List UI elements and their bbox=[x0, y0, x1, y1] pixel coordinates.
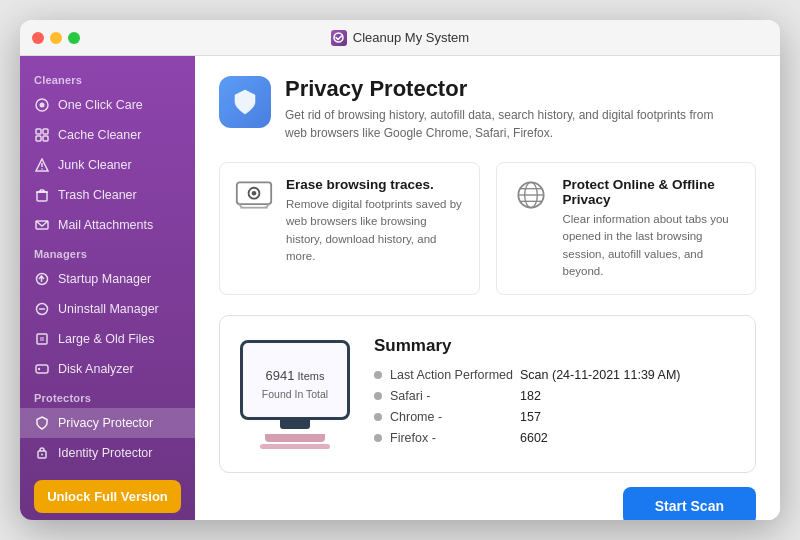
sidebar-section-protectors: Protectors bbox=[20, 384, 195, 408]
feature-cards: Erase browsing traces. Remove digital fo… bbox=[219, 162, 756, 295]
monitor-count: 6941 Items bbox=[266, 360, 325, 386]
monitor-visual: 6941 Items Found In Total bbox=[240, 340, 350, 449]
feature-card-text-protect: Protect Online & Offline Privacy Clear i… bbox=[563, 177, 742, 280]
sidebar-item-privacy-protector[interactable]: Privacy Protector bbox=[20, 408, 195, 438]
svg-point-24 bbox=[38, 368, 40, 370]
sidebar-item-label: Trash Cleaner bbox=[58, 188, 137, 202]
svg-point-9 bbox=[41, 168, 43, 170]
svg-rect-6 bbox=[43, 136, 48, 141]
sidebar-item-junk-cleaner[interactable]: Junk Cleaner bbox=[20, 150, 195, 180]
feature-card-title: Erase browsing traces. bbox=[286, 177, 465, 192]
one-click-care-icon bbox=[34, 97, 50, 113]
main-body: Cleaners One Click Care Cache Cleaner Ju… bbox=[20, 56, 780, 520]
summary-row-firefox: Firefox - 6602 bbox=[374, 431, 735, 445]
app-icon bbox=[331, 30, 347, 46]
trash-cleaner-icon bbox=[34, 187, 50, 203]
summary-key: Firefox - bbox=[390, 431, 520, 445]
svg-rect-3 bbox=[36, 129, 41, 134]
sidebar-item-disk-analyzer[interactable]: Disk Analyzer bbox=[20, 354, 195, 384]
content-area: Privacy Protector Get rid of browsing hi… bbox=[195, 56, 780, 520]
sidebar-item-label: Identity Protector bbox=[58, 446, 153, 460]
main-window: Cleanup My System Cleaners One Click Car… bbox=[20, 20, 780, 520]
sidebar-item-label: Privacy Protector bbox=[58, 416, 153, 430]
identity-protector-icon bbox=[34, 445, 50, 461]
feature-card-text-erase: Erase browsing traces. Remove digital fo… bbox=[286, 177, 465, 265]
monitor-stand bbox=[265, 434, 325, 442]
summary-box: 6941 Items Found In Total Summary Last A… bbox=[219, 315, 756, 473]
titlebar: Cleanup My System bbox=[20, 20, 780, 56]
summary-row-safari: Safari - 182 bbox=[374, 389, 735, 403]
svg-rect-20 bbox=[37, 334, 47, 344]
close-button[interactable] bbox=[32, 32, 44, 44]
page-title: Privacy Protector bbox=[285, 76, 725, 102]
sidebar-item-identity-protector[interactable]: Identity Protector bbox=[20, 438, 195, 468]
startup-manager-icon bbox=[34, 271, 50, 287]
shield-icon bbox=[231, 88, 259, 116]
summary-dot bbox=[374, 371, 382, 379]
summary-dot bbox=[374, 434, 382, 442]
privacy-protector-header-icon bbox=[219, 76, 271, 128]
monitor-screen: 6941 Items Found In Total bbox=[240, 340, 350, 420]
svg-rect-23 bbox=[36, 365, 48, 373]
sidebar-item-uninstall-manager[interactable]: Uninstall Manager bbox=[20, 294, 195, 324]
minimize-button[interactable] bbox=[50, 32, 62, 44]
sidebar-item-mail-attachments[interactable]: Mail Attachments bbox=[20, 210, 195, 240]
feature-card-erase-traces: Erase browsing traces. Remove digital fo… bbox=[219, 162, 480, 295]
sidebar-item-cache-cleaner[interactable]: Cache Cleaner bbox=[20, 120, 195, 150]
summary-dot bbox=[374, 392, 382, 400]
erase-traces-icon bbox=[234, 177, 274, 213]
sidebar-item-label: Junk Cleaner bbox=[58, 158, 132, 172]
sidebar-item-trash-cleaner[interactable]: Trash Cleaner bbox=[20, 180, 195, 210]
disk-analyzer-icon bbox=[34, 361, 50, 377]
content-footer: Start Scan bbox=[219, 487, 756, 520]
svg-rect-5 bbox=[36, 136, 41, 141]
summary-dot bbox=[374, 413, 382, 421]
cache-cleaner-icon bbox=[34, 127, 50, 143]
sidebar-item-label: Startup Manager bbox=[58, 272, 151, 286]
monitor-base bbox=[260, 444, 330, 449]
uninstall-manager-icon bbox=[34, 301, 50, 317]
sidebar-item-label: Disk Analyzer bbox=[58, 362, 134, 376]
sidebar-item-startup-manager[interactable]: Startup Manager bbox=[20, 264, 195, 294]
svg-point-29 bbox=[252, 191, 257, 196]
summary-val: Scan (24-11-2021 11:39 AM) bbox=[520, 368, 681, 382]
summary-title: Summary bbox=[374, 336, 735, 356]
titlebar-title: Cleanup My System bbox=[331, 30, 469, 46]
monitor-label: Found In Total bbox=[262, 388, 328, 400]
svg-rect-10 bbox=[37, 192, 47, 201]
sidebar-section-cleaners: Cleaners bbox=[20, 66, 195, 90]
privacy-protector-icon bbox=[34, 415, 50, 431]
protect-privacy-icon bbox=[511, 177, 551, 213]
sidebar: Cleaners One Click Care Cache Cleaner Ju… bbox=[20, 56, 195, 520]
content-header: Privacy Protector Get rid of browsing hi… bbox=[219, 76, 756, 142]
sidebar-bottom: Unlock Full Version bbox=[20, 468, 195, 520]
monitor-count-label: Items bbox=[294, 370, 324, 382]
summary-details: Summary Last Action Performed Scan (24-1… bbox=[374, 336, 735, 452]
svg-point-26 bbox=[41, 454, 43, 456]
maximize-button[interactable] bbox=[68, 32, 80, 44]
junk-cleaner-icon bbox=[34, 157, 50, 173]
svg-point-2 bbox=[40, 103, 45, 108]
start-scan-button[interactable]: Start Scan bbox=[623, 487, 756, 520]
sidebar-item-label: Cache Cleaner bbox=[58, 128, 141, 142]
summary-val: 157 bbox=[520, 410, 541, 424]
sidebar-item-label: Large & Old Files bbox=[58, 332, 155, 346]
sidebar-item-large-old-files[interactable]: Large & Old Files bbox=[20, 324, 195, 354]
summary-key: Safari - bbox=[390, 389, 520, 403]
sidebar-item-label: One Click Care bbox=[58, 98, 143, 112]
feature-card-desc: Clear information about tabs you opened … bbox=[563, 211, 742, 280]
sidebar-section-managers: Managers bbox=[20, 240, 195, 264]
mail-icon bbox=[34, 217, 50, 233]
feature-card-protect-privacy: Protect Online & Offline Privacy Clear i… bbox=[496, 162, 757, 295]
header-text: Privacy Protector Get rid of browsing hi… bbox=[285, 76, 725, 142]
sidebar-item-label: Uninstall Manager bbox=[58, 302, 159, 316]
summary-row-action: Last Action Performed Scan (24-11-2021 1… bbox=[374, 368, 735, 382]
sidebar-item-one-click-care[interactable]: One Click Care bbox=[20, 90, 195, 120]
page-description: Get rid of browsing history, autofill da… bbox=[285, 106, 725, 142]
feature-card-title: Protect Online & Offline Privacy bbox=[563, 177, 742, 207]
summary-val: 182 bbox=[520, 389, 541, 403]
unlock-full-version-button[interactable]: Unlock Full Version bbox=[34, 480, 181, 513]
summary-key: Last Action Performed bbox=[390, 368, 520, 382]
feature-card-desc: Remove digital footprints saved by web b… bbox=[286, 196, 465, 265]
large-files-icon bbox=[34, 331, 50, 347]
